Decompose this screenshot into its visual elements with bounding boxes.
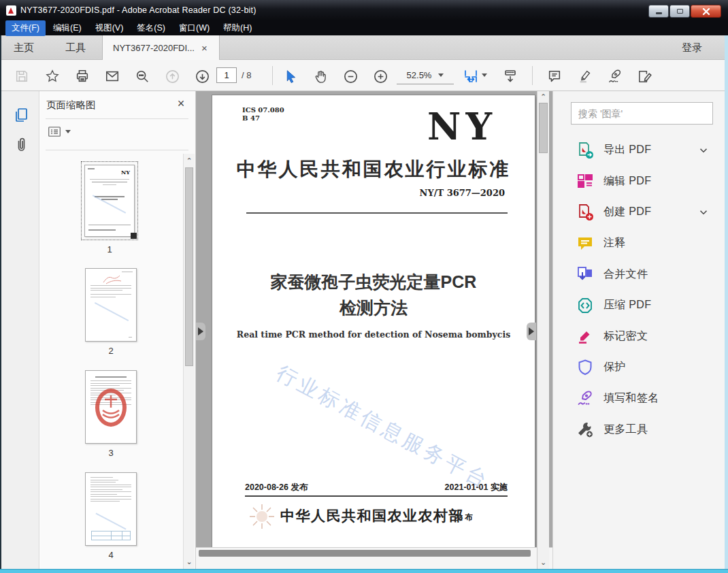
hand-tool-button[interactable] <box>312 68 329 84</box>
window-title: NYT3677-2020FDIS.pdf - Adobe Acrobat Rea… <box>20 5 257 15</box>
document-scrollbar-thumb[interactable] <box>539 103 548 153</box>
chevron-down-icon[interactable] <box>697 144 710 157</box>
divider <box>46 150 188 150</box>
save-icon <box>14 69 29 84</box>
sign-in-button[interactable]: 登录 <box>682 35 702 60</box>
thumbnails-scrollbar[interactable]: ⌃ ⌄ <box>183 154 195 569</box>
menu-edit[interactable]: 编辑(E) <box>47 20 88 36</box>
page-number-input[interactable] <box>216 67 237 83</box>
issuer-name: 中华人民共和国农业农村部 <box>280 506 464 525</box>
close-button[interactable] <box>691 5 721 18</box>
left-panel-collapse-handle[interactable] <box>196 323 205 340</box>
tab-close-icon[interactable]: × <box>201 42 208 54</box>
chevron-down-icon <box>65 130 71 133</box>
comment-button[interactable] <box>546 68 563 84</box>
tools-search-input[interactable] <box>571 102 713 125</box>
document-title-line1: 家蚕微孢子虫荧光定量PCR <box>212 271 535 293</box>
highlight-button[interactable] <box>577 68 593 84</box>
scroll-down-icon[interactable]: ⌄ <box>184 557 195 566</box>
document-scrollbar[interactable]: ⌃ ⌄ <box>537 91 549 569</box>
email-button[interactable] <box>104 68 120 84</box>
menu-view[interactable]: 视图(V) <box>89 20 130 36</box>
search-tool-button[interactable] <box>134 68 150 84</box>
thumbnail-image-1: NY <box>84 165 135 237</box>
zoom-out-button[interactable] <box>342 68 359 84</box>
footer-rule <box>245 495 508 497</box>
sign-button[interactable] <box>606 68 623 84</box>
fountain-pen-icon <box>607 69 623 84</box>
arrow-up-circle-icon <box>165 69 180 84</box>
fit-width-chevron-icon[interactable] <box>482 73 487 77</box>
toolbar-separator <box>532 66 533 85</box>
tool-edit-pdf[interactable]: 编辑 PDF <box>553 166 725 197</box>
tool-more-tools[interactable]: 更多工具 <box>553 414 725 445</box>
fill-sign-pen-icon <box>576 390 594 408</box>
scroll-down-icon[interactable]: ⌄ <box>537 558 549 567</box>
thumbnail-options-button[interactable] <box>48 126 71 137</box>
select-tool-button[interactable] <box>282 68 299 84</box>
tool-comment[interactable]: 注释 <box>553 228 725 259</box>
next-page-button[interactable] <box>194 68 210 84</box>
previous-page-button[interactable] <box>164 68 180 84</box>
thumbnail-page-2[interactable]: 2 <box>85 268 137 356</box>
tool-redact[interactable]: 标记密文 <box>553 321 725 353</box>
thumbnail-page-3[interactable]: 3 <box>85 370 137 458</box>
horizontal-scrollbar[interactable] <box>196 547 552 569</box>
tab-tools[interactable]: 工具 <box>65 35 86 60</box>
fit-width-button[interactable] <box>463 68 479 84</box>
minimize-button[interactable] <box>648 5 669 18</box>
panel-close-button[interactable]: × <box>174 97 188 111</box>
tool-create-pdf[interactable]: 创建 PDF <box>553 197 725 228</box>
standard-caption: 中华人民共和国农业行业标准 <box>212 157 535 182</box>
tool-fill-sign[interactable]: 填写和签名 <box>553 383 725 414</box>
scroll-up-icon[interactable]: ⌃ <box>184 157 195 165</box>
tab-home[interactable]: 主页 <box>14 35 34 60</box>
pointer-icon <box>284 69 298 84</box>
menu-window[interactable]: 窗口(W) <box>173 20 216 36</box>
thumbnail-page-4[interactable]: 4 <box>85 472 137 560</box>
tool-protect[interactable]: 保护 <box>553 352 725 383</box>
collapse-arrow-icon <box>198 327 203 335</box>
scrollbar-thumb[interactable] <box>185 167 193 366</box>
favorite-button[interactable] <box>44 68 61 84</box>
protect-shield-icon <box>576 359 594 376</box>
horizontal-scrollbar-thumb[interactable] <box>199 550 531 557</box>
tool-combine-files[interactable]: 合并文件 <box>553 259 725 290</box>
menu-file[interactable]: 文件(F) <box>5 20 46 36</box>
fill-sign-button[interactable] <box>636 68 652 84</box>
implement-date: 2021-01-01 实施 <box>445 482 508 493</box>
thumbnail-page-number: 1 <box>107 244 112 255</box>
save-button[interactable] <box>14 68 30 84</box>
close-icon <box>702 7 710 16</box>
print-button[interactable] <box>74 68 90 84</box>
right-panel-collapse-handle[interactable] <box>527 323 536 340</box>
page-thumbnails-rail-button[interactable] <box>12 106 30 124</box>
zoom-level-select[interactable]: 52.5% <box>397 67 454 84</box>
search-icon <box>135 69 150 84</box>
thumbnail-page-1[interactable]: NY 1 <box>81 161 138 255</box>
tool-compress-pdf[interactable]: 压缩 PDF <box>553 290 725 321</box>
tab-document[interactable]: NYT3677-2020FDI... × <box>102 35 220 60</box>
watermark: 行业标准信息服务平台 <box>271 359 495 496</box>
chevron-down-icon <box>438 73 444 77</box>
zoom-in-button[interactable] <box>372 68 388 84</box>
menu-sign[interactable]: 签名(S) <box>131 20 171 36</box>
menu-help[interactable]: 帮助(H) <box>217 20 258 36</box>
tool-export-pdf[interactable]: 导出 PDF <box>553 135 725 166</box>
thumbnail-table <box>91 531 131 540</box>
scroll-up-icon[interactable]: ⌃ <box>537 93 549 101</box>
main-toolbar: / 8 52.5% <box>0 60 728 91</box>
email-icon <box>105 69 120 84</box>
attachments-rail-button[interactable] <box>12 136 30 154</box>
document-viewport[interactable]: ICS 07.080 B 47 NY 中华人民共和国农业行业标准 NY/T 36… <box>196 91 552 569</box>
toolbar-separator <box>272 66 273 85</box>
class-code: B 47 <box>242 114 260 122</box>
maximize-button[interactable] <box>669 5 690 18</box>
document-title-line2: 检测方法 <box>212 297 535 319</box>
chevron-down-icon[interactable] <box>697 206 710 218</box>
divider <box>46 118 188 119</box>
page-display-button[interactable] <box>502 68 518 84</box>
redact-icon <box>576 327 594 345</box>
page-thumbnails-icon <box>13 107 29 123</box>
document-title-english: Real time PCR method for detection of No… <box>212 329 535 340</box>
